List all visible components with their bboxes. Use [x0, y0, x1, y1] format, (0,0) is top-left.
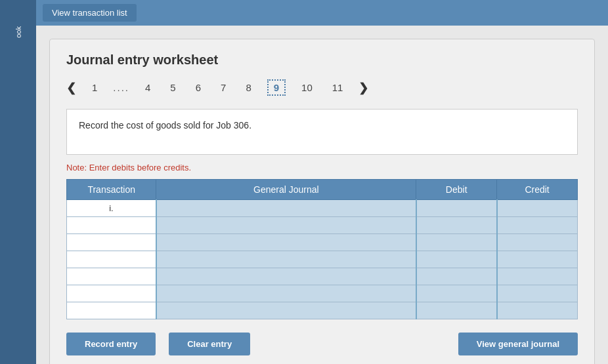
- worksheet-title: Journal entry worksheet: [66, 52, 578, 68]
- col-header-general-journal: General Journal: [156, 180, 416, 200]
- journal-cell-4[interactable]: [156, 251, 416, 268]
- sidebar-label: ook: [14, 26, 22, 38]
- page-6[interactable]: 6: [192, 81, 205, 94]
- instruction-text: Record the cost of goods sold for Job 30…: [79, 120, 251, 131]
- table-row: [67, 217, 578, 234]
- action-buttons: Record entry Clear entry View general jo…: [66, 333, 578, 355]
- table-row: [67, 302, 578, 319]
- transaction-cell-2: [67, 217, 156, 234]
- journal-table: Transaction General Journal Debit Credit…: [66, 179, 578, 319]
- transaction-cell-1: i.: [67, 200, 156, 217]
- view-general-journal-button[interactable]: View general journal: [458, 333, 578, 355]
- debit-cell-6[interactable]: [416, 285, 497, 302]
- credit-cell-6[interactable]: [497, 285, 578, 302]
- debit-input-5[interactable]: [420, 272, 494, 282]
- credit-cell-3[interactable]: [497, 234, 578, 251]
- journal-input-6[interactable]: [160, 289, 413, 299]
- page-11[interactable]: 11: [328, 81, 347, 94]
- col-header-transaction: Transaction: [67, 180, 156, 200]
- journal-cell-7[interactable]: [156, 302, 416, 319]
- transaction-cell-5: [67, 268, 156, 285]
- journal-cell-3[interactable]: [156, 234, 416, 251]
- record-entry-button[interactable]: Record entry: [66, 333, 156, 355]
- credit-cell-4[interactable]: [497, 251, 578, 268]
- page-1[interactable]: 1: [88, 81, 101, 94]
- page-10[interactable]: 10: [297, 81, 316, 94]
- page-4[interactable]: 4: [141, 81, 154, 94]
- debit-cell-4[interactable]: [416, 251, 497, 268]
- journal-cell-2[interactable]: [156, 217, 416, 234]
- col-header-credit: Credit: [497, 180, 578, 200]
- credit-input-2[interactable]: [500, 221, 575, 231]
- debit-input-4[interactable]: [420, 255, 494, 265]
- debit-cell-2[interactable]: [416, 217, 497, 234]
- left-sidebar: ook: [0, 0, 36, 364]
- page-9-active[interactable]: 9: [267, 79, 286, 96]
- journal-input-7[interactable]: [160, 306, 413, 316]
- clear-entry-button[interactable]: Clear entry: [169, 333, 250, 355]
- table-row: [67, 251, 578, 268]
- credit-cell-2[interactable]: [497, 217, 578, 234]
- debit-input-7[interactable]: [420, 306, 494, 316]
- debit-input-1[interactable]: [420, 204, 494, 214]
- debit-cell-7[interactable]: [416, 302, 497, 319]
- pagination: ❮ 1 .... 4 5 6 7 8 9 10 11 ❯: [66, 79, 578, 96]
- table-row: [67, 285, 578, 302]
- debit-input-6[interactable]: [420, 289, 494, 299]
- transaction-cell-3: [67, 234, 156, 251]
- table-row: [67, 234, 578, 251]
- journal-cell-5[interactable]: [156, 268, 416, 285]
- credit-cell-7[interactable]: [497, 302, 578, 319]
- debit-cell-1[interactable]: [416, 200, 497, 217]
- credit-input-6[interactable]: [500, 289, 575, 299]
- content-area: Journal entry worksheet ❮ 1 .... 4 5 6 7…: [36, 26, 608, 364]
- page-7[interactable]: 7: [217, 81, 230, 94]
- journal-input-2[interactable]: [160, 221, 413, 231]
- debit-cell-3[interactable]: [416, 234, 497, 251]
- credit-input-4[interactable]: [500, 255, 575, 265]
- debit-cell-5[interactable]: [416, 268, 497, 285]
- worksheet-card: Journal entry worksheet ❮ 1 .... 4 5 6 7…: [49, 39, 595, 364]
- journal-cell-6[interactable]: [156, 285, 416, 302]
- journal-input-4[interactable]: [160, 255, 413, 265]
- prev-page-arrow[interactable]: ❮: [66, 81, 76, 95]
- table-row: i.: [67, 200, 578, 217]
- credit-input-7[interactable]: [500, 306, 575, 316]
- note-text: Note: Enter debits before credits.: [66, 163, 578, 172]
- view-transaction-button[interactable]: View transaction list: [43, 4, 137, 22]
- transaction-cell-4: [67, 251, 156, 268]
- debit-input-2[interactable]: [420, 221, 494, 231]
- debit-input-3[interactable]: [420, 238, 494, 248]
- credit-input-1[interactable]: [500, 204, 575, 214]
- journal-input-3[interactable]: [160, 238, 413, 248]
- top-nav: View transaction list: [36, 0, 608, 26]
- journal-input-1[interactable]: [160, 204, 413, 214]
- journal-cell-1[interactable]: [156, 200, 416, 217]
- next-page-arrow[interactable]: ❯: [358, 81, 368, 95]
- transaction-cell-7: [67, 302, 156, 319]
- page-8[interactable]: 8: [242, 81, 255, 94]
- col-header-debit: Debit: [416, 180, 497, 200]
- table-row: [67, 268, 578, 285]
- instruction-box: Record the cost of goods sold for Job 30…: [66, 109, 578, 155]
- page-5[interactable]: 5: [166, 81, 179, 94]
- credit-cell-5[interactable]: [497, 268, 578, 285]
- credit-input-3[interactable]: [500, 238, 575, 248]
- pagination-dots: ....: [113, 82, 129, 93]
- credit-input-5[interactable]: [500, 272, 575, 282]
- transaction-cell-6: [67, 285, 156, 302]
- credit-cell-1[interactable]: [497, 200, 578, 217]
- journal-input-5[interactable]: [160, 272, 413, 282]
